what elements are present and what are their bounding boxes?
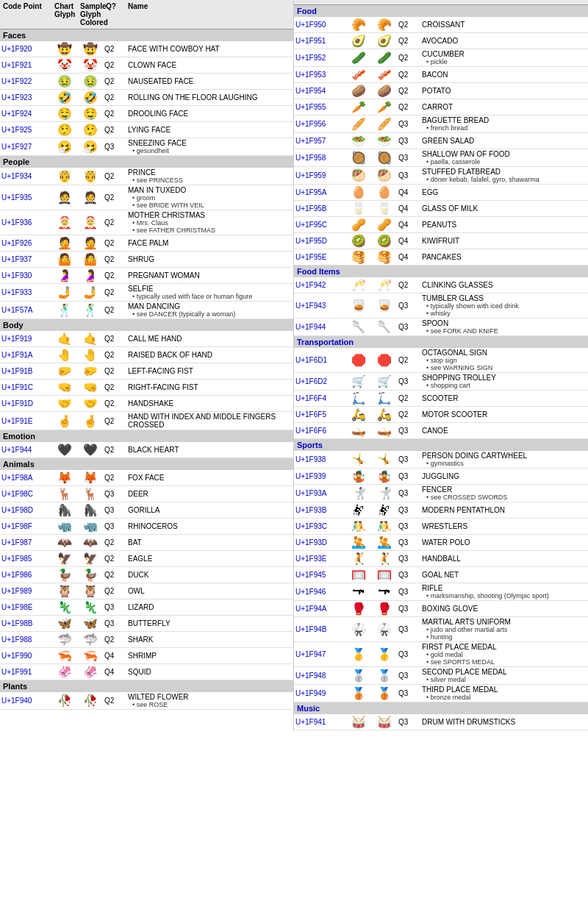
code-link[interactable]: U+1F6F6 <box>295 427 326 435</box>
code-link[interactable]: U+1F957 <box>295 137 326 145</box>
code-link[interactable]: U+1F989 <box>1 587 32 595</box>
q-value: Q3 <box>397 522 419 531</box>
code-link[interactable]: U+1F952 <box>295 54 326 62</box>
code-link[interactable]: U+1F945 <box>295 571 326 579</box>
code-link[interactable]: U+1F98E <box>1 603 33 611</box>
code-link[interactable]: U+1F951 <box>295 37 326 45</box>
code-link[interactable]: U+1F93D <box>295 538 327 547</box>
glyph-chart: 🥜 <box>345 217 371 232</box>
code-link[interactable]: U+1F959 <box>295 171 326 179</box>
code-link[interactable]: U+1F947 <box>295 650 326 658</box>
code-link[interactable]: U+1F920 <box>1 45 32 53</box>
code-link[interactable]: U+1F933 <box>1 288 32 296</box>
glyph-chart: 🤛 <box>51 363 77 379</box>
q-value: Q2 <box>103 218 125 227</box>
table-row: U+1F91D 🤝 🤝 Q2 HANDSHAKE <box>0 396 293 412</box>
q-value: Q3 <box>397 488 419 498</box>
glyph-colored: 🤵 <box>77 190 103 205</box>
q-value: Q3 <box>397 688 419 698</box>
table-row: U+1F925 🤥 🤥 Q2 LYING FACE <box>0 122 293 138</box>
q-value: Q2 <box>103 305 125 315</box>
table-row: U+1F945 🥅 🥅 Q3 GOAL NET <box>294 567 588 583</box>
code-link[interactable]: U+1F98B <box>1 619 33 627</box>
code-link[interactable]: U+1F95B <box>295 204 327 213</box>
code-link[interactable]: U+1F950 <box>295 21 326 29</box>
code-link[interactable]: U+1F91C <box>1 383 33 391</box>
code-link[interactable]: U+1F927 <box>1 143 32 151</box>
code-link[interactable]: U+1F94B <box>295 625 327 633</box>
code-link[interactable]: U+1F91D <box>1 399 33 407</box>
code-link[interactable]: U+1F930 <box>1 271 32 280</box>
code-link[interactable]: U+1F949 <box>295 689 326 697</box>
code-link[interactable]: U+1F93E <box>295 555 327 563</box>
code-link[interactable]: U+1F921 <box>1 61 32 69</box>
code-link[interactable]: U+1F91B <box>1 367 33 375</box>
code-link[interactable]: U+1F93A <box>295 489 327 497</box>
code-link[interactable]: U+1F948 <box>295 672 326 680</box>
code-link[interactable]: U+1F93C <box>295 522 327 530</box>
table-row: U+1F950 🥐 🥐 Q2 CROISSANT <box>294 17 588 33</box>
code-link[interactable]: U+1F934 <box>1 172 32 180</box>
food-items-link[interactable]: Food Items <box>297 267 340 276</box>
code-link[interactable]: U+1F958 <box>295 154 326 162</box>
code-link[interactable]: U+1F944 <box>295 323 326 331</box>
code-link[interactable]: U+1F941 <box>295 718 326 726</box>
code-link[interactable]: U+1F57A <box>1 306 33 314</box>
code-link[interactable]: U+1F95D <box>295 237 327 245</box>
code-link[interactable]: U+1F942 <box>295 281 326 289</box>
code-link[interactable]: U+1F956 <box>295 120 326 128</box>
code-link[interactable]: U+1F98D <box>1 506 33 514</box>
table-row: U+1F958 🥘 🥘 Q3 SHALLOW PAN OF FOOD paell… <box>294 149 588 167</box>
code-link[interactable]: U+1F93B <box>295 506 327 514</box>
code-link[interactable]: U+1F924 <box>1 110 32 118</box>
code-link[interactable]: U+1F953 <box>295 71 326 79</box>
code-link[interactable]: U+1F985 <box>1 555 32 563</box>
code-link[interactable]: U+1F926 <box>1 239 32 247</box>
food-link[interactable]: Food <box>297 7 317 15</box>
code-link[interactable]: U+1F939 <box>295 472 326 480</box>
transportation-link[interactable]: Transportation <box>297 338 354 346</box>
code-link[interactable]: U+1F6D1 <box>295 356 327 364</box>
code-link[interactable]: U+1F91A <box>1 351 33 359</box>
music-link[interactable]: Music <box>297 704 320 713</box>
code-link[interactable]: U+1F987 <box>1 538 32 547</box>
code-link[interactable]: U+1F938 <box>295 455 326 463</box>
glyph-chart: 🤚 <box>51 347 77 363</box>
code-link[interactable]: U+1F95C <box>295 221 327 229</box>
code-link[interactable]: U+1F954 <box>295 87 326 95</box>
code-link[interactable]: U+1F95A <box>295 188 327 196</box>
code-link[interactable]: U+1F95E <box>295 253 327 261</box>
code-link[interactable]: U+1F955 <box>295 103 326 111</box>
code-link[interactable]: U+1F6F4 <box>295 394 326 402</box>
code-link[interactable]: U+1F925 <box>1 126 32 134</box>
code-link[interactable]: U+1F991 <box>1 668 32 676</box>
code-link[interactable]: U+1F98F <box>1 522 32 530</box>
table-row: U+1F919 🤙 🤙 Q2 CALL ME HAND <box>0 331 293 347</box>
code-link[interactable]: U+1F990 <box>1 652 32 660</box>
code-link[interactable]: U+1F946 <box>295 588 326 596</box>
code-link[interactable]: U+1F936 <box>1 218 32 227</box>
code-link[interactable]: U+1F98A <box>1 474 33 482</box>
sports-link[interactable]: Sports <box>297 441 323 449</box>
code-link[interactable]: U+1F6D2 <box>295 377 327 385</box>
code-link[interactable]: U+1F935 <box>1 193 32 202</box>
r-header-q <box>398 1 420 3</box>
q-value: Q3 <box>397 455 419 464</box>
glyph-chart: 🤷 <box>51 252 77 267</box>
code-link[interactable]: U+1F988 <box>1 636 32 644</box>
code-link[interactable]: U+1F94A <box>295 605 327 613</box>
code-link[interactable]: U+1F923 <box>1 93 32 102</box>
code-link[interactable]: U+1F6F5 <box>295 410 326 419</box>
code-link[interactable]: U+1F922 <box>1 77 32 85</box>
glyph-chart: 🦏 <box>51 519 77 534</box>
q-value: Q2 <box>103 473 125 483</box>
code-link[interactable]: U+1F944 <box>1 446 32 454</box>
code-link[interactable]: U+1F98C <box>1 490 33 498</box>
code-link[interactable]: U+1F986 <box>1 571 32 579</box>
code-link[interactable]: U+1F940 <box>1 697 32 705</box>
q-value: Q2 <box>103 696 125 705</box>
code-link[interactable]: U+1F937 <box>1 255 32 263</box>
code-link[interactable]: U+1F919 <box>1 335 32 343</box>
code-link[interactable]: U+1F91E <box>1 417 33 425</box>
code-link[interactable]: U+1F943 <box>295 302 326 310</box>
